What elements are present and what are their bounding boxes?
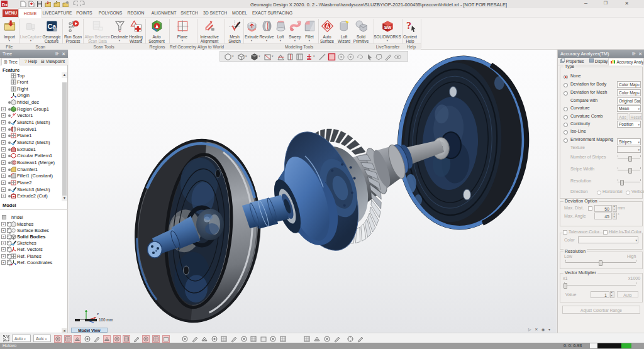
svg-text:Dx: Dx	[2, 3, 8, 7]
svg-text:SW: SW	[384, 25, 391, 30]
svg-text:z: z	[97, 312, 99, 316]
svg-text:?: ?	[406, 20, 411, 31]
